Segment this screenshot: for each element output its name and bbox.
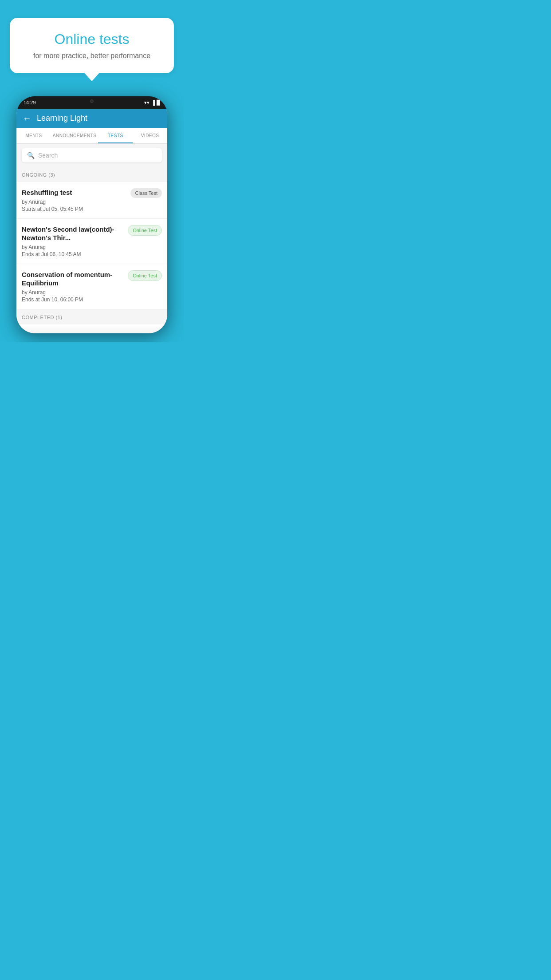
tab-tests[interactable]: TESTS bbox=[98, 128, 133, 143]
test-badge-2: Online Test bbox=[128, 225, 162, 236]
search-box[interactable]: 🔍 Search bbox=[22, 148, 162, 162]
speech-bubble: Online tests for more practice, better p… bbox=[10, 18, 174, 73]
app-screen: ← Learning Light MENTS ANNOUNCEMENTS TES… bbox=[16, 109, 167, 333]
app-title: Learning Light bbox=[37, 114, 87, 123]
status-icons: ▾▾ ▐ ▉ bbox=[144, 100, 160, 106]
tab-announcements[interactable]: ANNOUNCEMENTS bbox=[51, 128, 98, 143]
tab-bar: MENTS ANNOUNCEMENTS TESTS VIDEOS bbox=[16, 128, 167, 144]
completed-label: COMPLETED (1) bbox=[22, 315, 62, 320]
bubble-title: Online tests bbox=[28, 31, 156, 47]
ongoing-section-header: ONGOING (3) bbox=[16, 167, 167, 182]
test-author-1: by Anurag bbox=[22, 199, 126, 205]
search-icon: 🔍 bbox=[27, 152, 35, 159]
test-item-2[interactable]: Newton's Second law(contd)-Newton's Thir… bbox=[16, 219, 167, 264]
tab-ments[interactable]: MENTS bbox=[16, 128, 51, 143]
test-info-1: Reshuffling test by Anurag Starts at Jul… bbox=[22, 188, 130, 212]
search-container: 🔍 Search bbox=[16, 144, 167, 167]
battery-icon: ▉ bbox=[157, 100, 160, 106]
signal-icon: ▐ bbox=[151, 100, 155, 105]
test-author-3: by Anurag bbox=[22, 289, 123, 296]
test-info-2: Newton's Second law(contd)-Newton's Thir… bbox=[22, 225, 128, 257]
status-time: 14:29 bbox=[24, 100, 36, 105]
phone-wrapper: 14:29 ▾▾ ▐ ▉ ← Learning Light MENTS bbox=[10, 96, 174, 333]
notch bbox=[74, 96, 110, 106]
status-bar: 14:29 ▾▾ ▐ ▉ bbox=[16, 96, 167, 109]
test-item-1[interactable]: Reshuffling test by Anurag Starts at Jul… bbox=[16, 182, 167, 219]
test-list: Reshuffling test by Anurag Starts at Jul… bbox=[16, 182, 167, 309]
bubble-subtitle: for more practice, better performance bbox=[28, 52, 156, 60]
test-title-1: Reshuffling test bbox=[22, 188, 126, 197]
app-header: ← Learning Light bbox=[16, 109, 167, 128]
phone-frame: 14:29 ▾▾ ▐ ▉ ← Learning Light MENTS bbox=[16, 96, 167, 333]
camera-dot bbox=[90, 99, 94, 103]
tab-videos[interactable]: VIDEOS bbox=[133, 128, 167, 143]
test-title-2: Newton's Second law(contd)-Newton's Thir… bbox=[22, 225, 123, 242]
back-button[interactable]: ← bbox=[23, 113, 31, 123]
test-info-3: Conservation of momentum-Equilibrium by … bbox=[22, 270, 128, 303]
test-date-1: Starts at Jul 05, 05:45 PM bbox=[22, 206, 126, 212]
test-badge-1: Class Test bbox=[130, 188, 162, 198]
ongoing-label: ONGOING (3) bbox=[22, 172, 55, 178]
test-item-3[interactable]: Conservation of momentum-Equilibrium by … bbox=[16, 264, 167, 309]
wifi-icon: ▾▾ bbox=[144, 100, 150, 106]
test-date-3: Ends at Jun 10, 06:00 PM bbox=[22, 296, 123, 303]
search-input[interactable]: Search bbox=[38, 152, 58, 159]
test-badge-3: Online Test bbox=[128, 270, 162, 281]
completed-section-header: COMPLETED (1) bbox=[16, 309, 167, 324]
test-date-2: Ends at Jul 06, 10:45 AM bbox=[22, 251, 123, 257]
test-title-3: Conservation of momentum-Equilibrium bbox=[22, 270, 123, 288]
test-author-2: by Anurag bbox=[22, 244, 123, 250]
bottom-fade bbox=[16, 324, 167, 333]
